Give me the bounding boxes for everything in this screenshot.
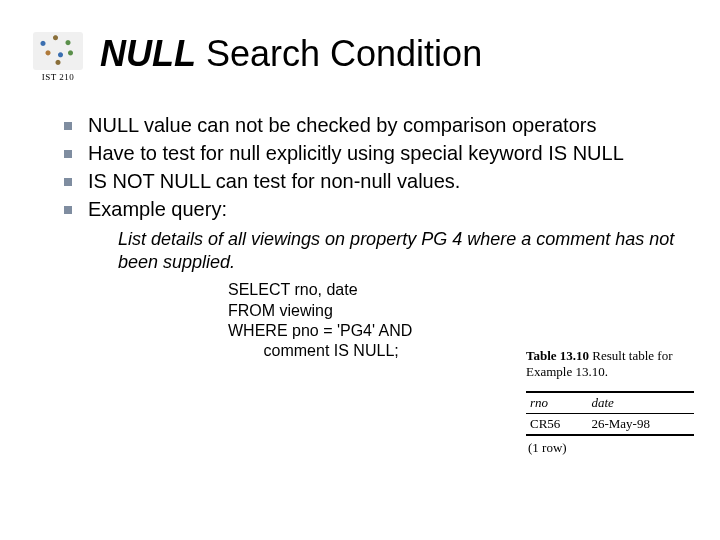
table-header-row: rno date xyxy=(526,392,694,414)
slide-title: NULL Search Condition xyxy=(100,36,482,72)
table-header-cell: date xyxy=(587,392,694,414)
logo-label: IST 210 xyxy=(42,72,75,82)
bullet-item: NULL value can not be checked by compari… xyxy=(60,112,690,138)
logo-icon xyxy=(33,32,83,70)
result-rowcount: (1 row) xyxy=(526,440,694,456)
title-rest: Search Condition xyxy=(196,33,482,74)
slide: IST 210 NULL Search Condition NULL value… xyxy=(0,0,720,540)
bullet-list: NULL value can not be checked by compari… xyxy=(60,112,690,222)
table-cell: 26-May-98 xyxy=(587,413,694,435)
slide-header: IST 210 NULL Search Condition xyxy=(30,26,690,82)
title-keyword: NULL xyxy=(100,33,196,74)
bullet-item: Have to test for null explicitly using s… xyxy=(60,140,690,166)
table-header-cell: rno xyxy=(526,392,587,414)
result-caption: Table 13.10 Result table for Example 13.… xyxy=(526,348,694,381)
bullet-item: IS NOT NULL can test for non-null values… xyxy=(60,168,690,194)
result-table-figure: Table 13.10 Result table for Example 13.… xyxy=(526,348,694,456)
result-caption-label: Table 13.10 xyxy=(526,348,589,363)
example-description: List details of all viewings on property… xyxy=(118,228,690,274)
table-cell: CR56 xyxy=(526,413,587,435)
result-table: rno date CR56 26-May-98 xyxy=(526,391,694,436)
logo: IST 210 xyxy=(30,26,86,82)
bullet-item: Example query: xyxy=(60,196,690,222)
table-row: CR56 26-May-98 xyxy=(526,413,694,435)
